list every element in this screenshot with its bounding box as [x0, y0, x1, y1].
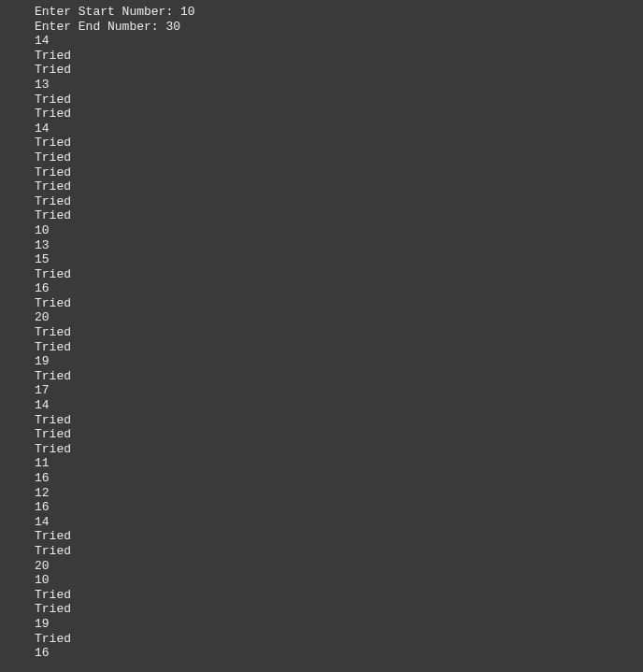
console-line: Tried [35, 632, 643, 647]
console-line: Tried [35, 63, 643, 78]
console-line: Tried [35, 93, 643, 107]
console-line: Tried [35, 49, 643, 64]
console-line: 14 [35, 515, 643, 530]
console-line: Tried [35, 165, 643, 180]
console-line: 12 [35, 486, 643, 501]
console-line: 17 [35, 383, 643, 398]
console-line: 13 [35, 238, 643, 253]
console-line: Enter End Number: 30 [35, 20, 643, 35]
console-line: Tried [35, 296, 643, 311]
console-line: Tried [35, 325, 643, 340]
console-line: Tried [35, 427, 643, 442]
console-line: Tried [35, 136, 643, 150]
console-line: 16 [35, 281, 643, 296]
console-line: Tried [35, 267, 643, 282]
console-line: 10 [35, 573, 643, 588]
console-line: Tried [35, 544, 643, 559]
console-line: 19 [35, 617, 643, 632]
console-line: 14 [35, 398, 643, 413]
console-line: 16 [35, 500, 643, 515]
console-line: Tried [35, 413, 643, 428]
console-line: Enter Start Number: 10 [35, 5, 643, 20]
console-line: Tried [35, 442, 643, 457]
console-line: 14 [35, 34, 643, 49]
console-line: Tried [35, 529, 643, 544]
console-line: Tried [35, 150, 643, 165]
console-line: 11 [35, 456, 643, 471]
console-line: 16 [35, 646, 643, 661]
console-line: 15 [35, 252, 643, 267]
console-line: Tried [35, 340, 643, 355]
console-line: 10 [35, 223, 643, 238]
console-line: 14 [35, 122, 643, 136]
console-line: Tried [35, 602, 643, 617]
console-line: 16 [35, 471, 643, 486]
console-line: Tried [35, 107, 643, 122]
console-line: 20 [35, 310, 643, 325]
console-line: Tried [35, 194, 643, 209]
console-line: 19 [35, 354, 643, 369]
console-line: Tried [35, 369, 643, 384]
console-line: 13 [35, 78, 643, 93]
console-line: Tried [35, 179, 643, 194]
console-output: Enter Start Number: 10Enter End Number: … [35, 5, 643, 661]
console-line: Tried [35, 208, 643, 223]
console-line: 20 [35, 559, 643, 574]
console-line: Tried [35, 588, 643, 603]
